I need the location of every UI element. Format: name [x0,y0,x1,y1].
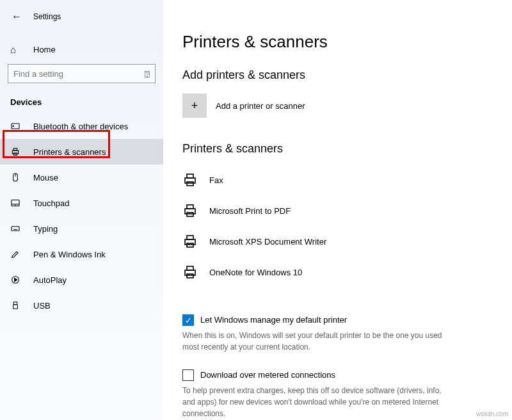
sidebar-item-typing[interactable]: Typing [0,216,163,241]
watermark: wsxdn.com [476,410,508,417]
default-printer-label: Let Windows manage my default printer [200,314,347,326]
window-title: Settings [33,12,61,21]
svg-rect-25 [187,205,193,209]
nav-list: Bluetooth & other devicesPrinters & scan… [0,113,163,318]
header: ← Settings [0,6,163,27]
add-printer-label: Add a printer or scanner [216,101,305,111]
default-printer-checkbox-row[interactable]: ✓ Let Windows manage my default printer [182,314,502,326]
svg-rect-19 [13,302,17,305]
printer-icon [10,147,24,157]
metered-checkbox-row[interactable]: Download over metered connections [182,369,502,381]
svg-rect-29 [187,243,193,247]
printer-icon [182,172,200,188]
svg-marker-18 [15,278,17,281]
printer-icon [182,264,200,280]
printer-label: Fax [209,175,223,185]
touchpad-icon [10,198,24,208]
bluetooth-icon [10,121,24,131]
printer-label: Microsoft XPS Document Writer [209,237,326,246]
sidebar-item-label: Bluetooth & other devices [33,122,128,131]
svg-rect-3 [13,149,17,150]
main-content: Printers & scanners Add printers & scann… [182,0,502,419]
svg-rect-26 [187,213,193,216]
svg-point-1 [13,125,13,126]
section-label: Devices [10,97,153,107]
sidebar-item-label: Printers & scanners [33,147,106,157]
search-input[interactable] [13,69,145,79]
sidebar-item-usb[interactable]: USB [0,293,163,318]
sidebar-item-label: Pen & Windows Ink [33,250,106,259]
default-printer-checkbox[interactable]: ✓ [182,314,194,326]
plus-icon: + [182,93,207,118]
usb-icon [10,300,24,311]
metered-checkbox[interactable] [182,369,194,381]
sidebar-item-label: Touchpad [33,198,69,208]
printer-icon [182,203,200,218]
page-title: Printers & scanners [182,32,502,52]
autoplay-icon [10,275,24,285]
sidebar-item-pen[interactable]: Pen & Windows Ink [0,241,163,267]
printer-item[interactable]: Microsoft XPS Document Writer [182,226,502,257]
keyboard-icon [10,223,24,234]
printer-item[interactable]: OneNote for Windows 10 [182,257,502,287]
svg-rect-23 [187,182,193,186]
svg-rect-31 [187,266,193,270]
default-printer-desc: When this is on, Windows will set your d… [182,330,451,353]
metered-desc: To help prevent extra charges, keep this… [182,385,451,419]
svg-rect-32 [187,274,193,278]
sidebar-item-printers[interactable]: Printers & scanners [0,139,163,165]
sidebar-item-bluetooth[interactable]: Bluetooth & other devices [0,113,163,139]
printer-label: Microsoft Print to PDF [209,206,291,216]
search-icon: ⍰ [145,69,150,79]
svg-rect-20 [13,305,18,309]
sidebar-item-autoplay[interactable]: AutoPlay [0,267,163,293]
back-button[interactable]: ← [12,11,23,22]
home-icon: ⌂ [10,44,23,55]
sidebar-item-touchpad[interactable]: Touchpad [0,190,163,216]
sidebar-item-label: Mouse [33,173,58,182]
metered-label: Download over metered connections [200,369,335,381]
printer-item[interactable]: Fax [182,165,502,195]
svg-rect-10 [12,227,19,231]
pen-icon [10,249,24,259]
printer-icon [182,234,200,249]
svg-rect-28 [187,236,193,239]
sidebar-item-label: Typing [33,224,58,234]
sidebar-item-label: USB [33,301,51,311]
printer-label: OneNote for Windows 10 [209,268,302,277]
add-section-title: Add printers & scanners [182,69,502,82]
home-label: Home [33,45,56,54]
mouse-icon [10,172,24,182]
add-printer-button[interactable]: + Add a printer or scanner [182,93,502,118]
printer-item[interactable]: Microsoft Print to PDF [182,195,502,226]
sidebar-item-label: AutoPlay [33,275,67,285]
sidebar-item-mouse[interactable]: Mouse [0,165,163,190]
sidebar: ← Settings ⌂ Home ⍰ Devices Bluetooth & … [0,0,163,420]
svg-rect-22 [187,174,193,178]
home-nav[interactable]: ⌂ Home [0,38,163,60]
search-box[interactable]: ⍰ [8,64,156,83]
printer-list: FaxMicrosoft Print to PDFMicrosoft XPS D… [182,165,502,287]
printers-section-title: Printers & scanners [182,142,502,156]
